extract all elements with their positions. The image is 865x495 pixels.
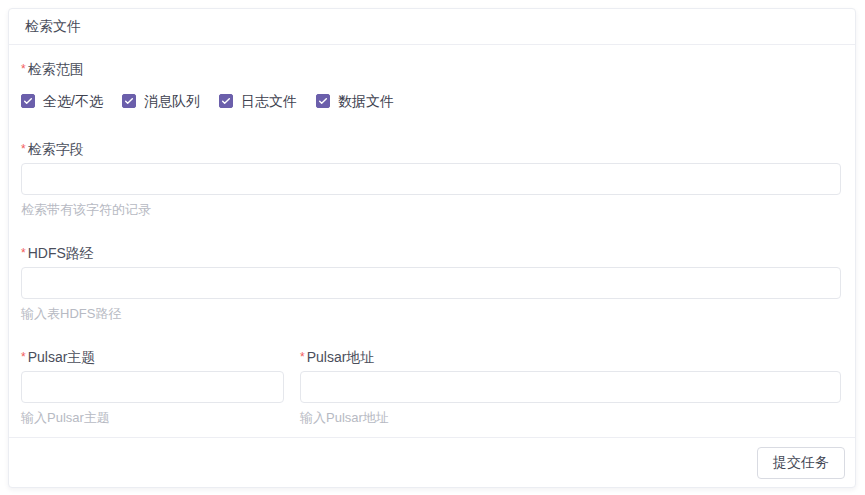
hdfs-path-hint: 输入表HDFS路径 — [21, 306, 841, 321]
hdfs-path-input[interactable] — [21, 267, 841, 299]
search-field-label: *检索字段 — [21, 139, 841, 159]
hdfs-path-label: *HDFS路经 — [21, 243, 841, 263]
checkbox-message-queue[interactable]: 消息队列 — [122, 91, 200, 111]
search-field-hint: 检索带有该字符的记录 — [21, 202, 841, 217]
search-field-input[interactable] — [21, 163, 841, 195]
checkbox-log-files[interactable]: 日志文件 — [219, 91, 297, 111]
search-scope-checkbox-group: 全选/不选 消息队列 日志文件 数据文件 — [21, 91, 841, 111]
required-asterisk: * — [300, 350, 305, 364]
card-footer: 提交任务 — [9, 437, 855, 487]
pulsar-topic-hint: 输入Pulsar主题 — [21, 410, 284, 425]
checkbox-label: 日志文件 — [241, 91, 297, 111]
search-scope-label: *检索范围 — [21, 59, 841, 79]
required-asterisk: * — [21, 350, 26, 364]
pulsar-address-item: *Pulsar地址 输入Pulsar地址 — [300, 347, 841, 425]
search-form: *检索范围 全选/不选 消息队列 日志文件 — [9, 45, 855, 437]
checkbox-checked-icon — [316, 94, 330, 108]
pulsar-topic-item: *Pulsar主题 输入Pulsar主题 — [21, 347, 284, 425]
pulsar-topic-label-text: Pulsar主题 — [28, 349, 96, 365]
pulsar-row: *Pulsar主题 输入Pulsar主题 *Pulsar地址 输入Pulsar地… — [21, 347, 841, 425]
checkbox-label: 数据文件 — [338, 91, 394, 111]
hdfs-path-item: *HDFS路经 输入表HDFS路径 — [21, 243, 841, 321]
checkbox-checked-icon — [122, 94, 136, 108]
checkbox-checked-icon — [21, 94, 35, 108]
checkbox-label: 消息队列 — [144, 91, 200, 111]
checkbox-checked-icon — [219, 94, 233, 108]
required-asterisk: * — [21, 246, 26, 260]
search-field-item: *检索字段 检索带有该字符的记录 — [21, 139, 841, 217]
pulsar-topic-input[interactable] — [21, 371, 284, 403]
pulsar-address-label-text: Pulsar地址 — [307, 349, 375, 365]
required-asterisk: * — [21, 142, 26, 156]
card-title: 检索文件 — [9, 9, 855, 45]
pulsar-address-input[interactable] — [300, 371, 841, 403]
search-files-card: 检索文件 *检索范围 全选/不选 消息队列 日 — [8, 8, 856, 488]
checkbox-label: 全选/不选 — [43, 91, 103, 111]
submit-task-button[interactable]: 提交任务 — [757, 447, 845, 479]
pulsar-topic-label: *Pulsar主题 — [21, 347, 284, 367]
checkbox-data-files[interactable]: 数据文件 — [316, 91, 394, 111]
checkbox-select-all[interactable]: 全选/不选 — [21, 91, 103, 111]
pulsar-address-label: *Pulsar地址 — [300, 347, 841, 367]
search-field-label-text: 检索字段 — [28, 141, 84, 157]
hdfs-path-label-text: HDFS路经 — [28, 245, 94, 261]
required-asterisk: * — [21, 62, 26, 76]
pulsar-address-hint: 输入Pulsar地址 — [300, 410, 841, 425]
search-scope-label-text: 检索范围 — [28, 61, 84, 77]
